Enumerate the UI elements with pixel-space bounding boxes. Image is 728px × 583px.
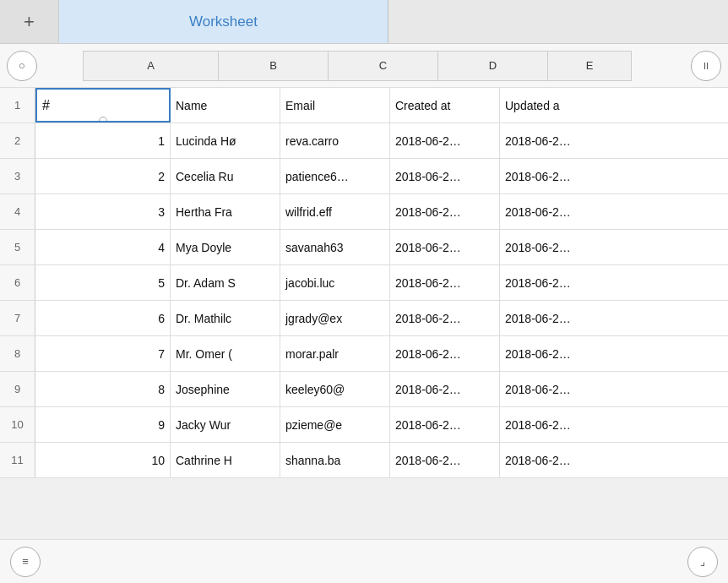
- cell-b-7[interactable]: Josephine: [171, 372, 280, 406]
- cell-b-5[interactable]: Dr. Mathilc: [171, 301, 280, 335]
- cell-e-5[interactable]: 2018-06-2…: [500, 301, 584, 335]
- cell-d-3[interactable]: 2018-06-2…: [390, 230, 500, 264]
- add-tab-button[interactable]: +: [0, 0, 59, 43]
- cell-b-9[interactable]: Cathrine H: [171, 443, 280, 477]
- cell-c-0[interactable]: reva.carro: [280, 123, 390, 158]
- table-row: 7 6 Dr. Mathilc jgrady@ex 2018-06-2… 201…: [0, 301, 728, 336]
- cell-b-6[interactable]: Mr. Omer (: [171, 336, 280, 371]
- row-num-5: 5: [0, 230, 35, 264]
- cell-e-8[interactable]: 2018-06-2…: [500, 407, 584, 442]
- data-rows: 2 1 Lucinda Hø reva.carro 2018-06-2… 201…: [0, 123, 728, 478]
- cell-c-1[interactable]: patience6…: [280, 159, 390, 193]
- row-num-7: 7: [0, 301, 35, 335]
- cell-b-2[interactable]: Hertha Fra: [171, 194, 280, 229]
- cell-b-3[interactable]: Mya Doyle: [171, 230, 280, 264]
- freeze-button[interactable]: II: [691, 51, 721, 81]
- cell-a-9[interactable]: 10: [35, 443, 171, 477]
- cell-d-9[interactable]: 2018-06-2…: [390, 443, 500, 477]
- cell-d-7[interactable]: 2018-06-2…: [390, 372, 500, 406]
- cell-a-6[interactable]: 7: [35, 336, 171, 371]
- cell-a-0[interactable]: 1: [35, 123, 171, 158]
- cell-c-8[interactable]: pzieme@e: [280, 407, 390, 442]
- row-num-1: 1: [0, 88, 35, 123]
- cell-a-3[interactable]: 4: [35, 230, 171, 264]
- bottom-bar: ≡ ⌟: [0, 539, 728, 583]
- cell-b-4[interactable]: Dr. Adam S: [171, 265, 280, 300]
- cell-d-8[interactable]: 2018-06-2…: [390, 407, 500, 442]
- table-row: 3 2 Cecelia Ru patience6… 2018-06-2… 201…: [0, 159, 728, 194]
- table-row: 5 4 Mya Doyle savanah63 2018-06-2… 2018-…: [0, 230, 728, 265]
- cell-e-7[interactable]: 2018-06-2…: [500, 372, 584, 406]
- toolbar-row: ○ A B C D E II: [0, 44, 728, 88]
- cell-c-4[interactable]: jacobi.luc: [280, 265, 390, 300]
- header-cell-e[interactable]: Updated a: [500, 88, 584, 123]
- cell-e-4[interactable]: 2018-06-2…: [500, 265, 584, 300]
- table-row: 4 3 Hertha Fra wilfrid.eff 2018-06-2… 20…: [0, 194, 728, 230]
- cell-d-5[interactable]: 2018-06-2…: [390, 301, 500, 335]
- header-cell-d[interactable]: Created at: [390, 88, 500, 123]
- cell-e-0[interactable]: 2018-06-2…: [500, 123, 584, 158]
- table-row: 6 5 Dr. Adam S jacobi.luc 2018-06-2… 201…: [0, 265, 728, 301]
- col-header-a: A: [83, 51, 218, 81]
- row-num-3: 3: [0, 159, 35, 193]
- header-row: 1 # Name Email Created at Updated a: [0, 88, 728, 123]
- header-cell-b[interactable]: Name: [171, 88, 280, 123]
- resize-corner-button[interactable]: ⌟: [687, 547, 718, 577]
- cell-c-5[interactable]: jgrady@ex: [280, 301, 390, 335]
- table-row: 9 8 Josephine keeley60@ 2018-06-2… 2018-…: [0, 372, 728, 407]
- cell-d-4[interactable]: 2018-06-2…: [390, 265, 500, 300]
- menu-button[interactable]: ≡: [10, 547, 41, 577]
- cell-a-8[interactable]: 9: [35, 407, 171, 442]
- row-num-11: 11: [0, 443, 35, 477]
- resize-handle[interactable]: [99, 117, 107, 123]
- cell-b-0[interactable]: Lucinda Hø: [171, 123, 280, 158]
- cell-a-7[interactable]: 8: [35, 372, 171, 406]
- cell-e-6[interactable]: 2018-06-2…: [500, 336, 584, 371]
- cell-e-1[interactable]: 2018-06-2…: [500, 159, 584, 193]
- cell-c-9[interactable]: shanna.ba: [280, 443, 390, 477]
- tab-bar: + Worksheet: [0, 0, 728, 44]
- cell-c-7[interactable]: keeley60@: [280, 372, 390, 406]
- cell-a-2[interactable]: 3: [35, 194, 171, 229]
- cell-d-2[interactable]: 2018-06-2…: [390, 194, 500, 229]
- col-header-c: C: [328, 51, 437, 81]
- spreadsheet: 1 # Name Email Created at Updated a 2 1 …: [0, 88, 728, 478]
- row-num-9: 9: [0, 372, 35, 406]
- table-row: 2 1 Lucinda Hø reva.carro 2018-06-2… 201…: [0, 123, 728, 159]
- cell-c-6[interactable]: morar.palr: [280, 336, 390, 371]
- cell-e-9[interactable]: 2018-06-2…: [500, 443, 584, 477]
- row-num-10: 10: [0, 407, 35, 442]
- tab-spacer: [388, 0, 728, 43]
- cell-d-1[interactable]: 2018-06-2…: [390, 159, 500, 193]
- cell-b-8[interactable]: Jacky Wur: [171, 407, 280, 442]
- cell-c-3[interactable]: savanah63: [280, 230, 390, 264]
- cell-a-1[interactable]: 2: [35, 159, 171, 193]
- cell-b-1[interactable]: Cecelia Ru: [171, 159, 280, 193]
- header-cell-c[interactable]: Email: [280, 88, 390, 123]
- cell-e-3[interactable]: 2018-06-2…: [500, 230, 584, 264]
- header-cell-a[interactable]: #: [35, 88, 171, 123]
- cell-e-2[interactable]: 2018-06-2…: [500, 194, 584, 229]
- row-num-8: 8: [0, 336, 35, 371]
- cell-a-4[interactable]: 5: [35, 265, 171, 300]
- row-num-2: 2: [0, 123, 35, 158]
- circle-button-left[interactable]: ○: [7, 51, 37, 81]
- col-header-e: E: [547, 51, 632, 81]
- column-headers: A B C D E: [83, 51, 686, 81]
- cell-d-6[interactable]: 2018-06-2…: [390, 336, 500, 371]
- col-header-b: B: [218, 51, 328, 81]
- cell-c-2[interactable]: wilfrid.eff: [280, 194, 390, 229]
- row-num-6: 6: [0, 265, 35, 300]
- active-tab[interactable]: Worksheet: [59, 0, 388, 43]
- col-header-d: D: [437, 51, 547, 81]
- table-row: 8 7 Mr. Omer ( morar.palr 2018-06-2… 201…: [0, 336, 728, 372]
- row-num-4: 4: [0, 194, 35, 229]
- table-row: 10 9 Jacky Wur pzieme@e 2018-06-2… 2018-…: [0, 407, 728, 443]
- cell-d-0[interactable]: 2018-06-2…: [390, 123, 500, 158]
- cell-a-5[interactable]: 6: [35, 301, 171, 335]
- table-row: 11 10 Cathrine H shanna.ba 2018-06-2… 20…: [0, 443, 728, 478]
